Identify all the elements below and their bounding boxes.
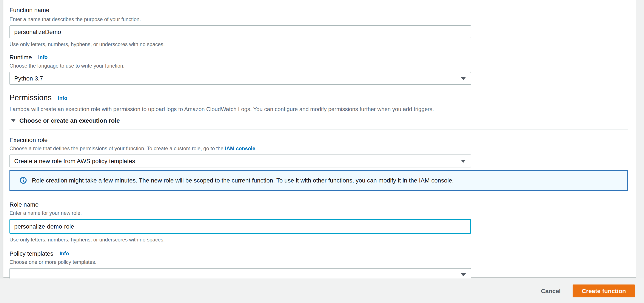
execution-role-expander[interactable]: Choose or create an execution role [10,114,636,127]
runtime-selected-value: Python 3.7 [14,75,43,82]
caret-down-icon [461,160,466,163]
runtime-label: Runtime [10,54,32,61]
form-footer: Cancel Create function [0,278,644,303]
function-name-label: Function name [10,6,636,14]
runtime-field: Runtime Info Choose the language to use … [10,53,636,85]
execution-role-field: Execution role Choose a role that define… [10,136,636,191]
caret-down-icon [461,77,466,80]
role-name-description: Enter a name for your new role. [10,210,636,216]
function-name-input[interactable] [10,25,471,38]
execution-role-select[interactable]: Create a new role from AWS policy templa… [10,155,471,167]
runtime-select[interactable]: Python 3.7 [10,72,471,85]
role-name-constraint: Use only letters, numbers, hyphens, or u… [10,236,636,243]
info-circle-icon [20,177,27,184]
function-name-constraint: Use only letters, numbers, hyphens, or u… [10,41,636,48]
policy-templates-description: Choose one or more policy templates. [10,259,636,265]
section-divider [10,129,628,130]
role-creation-alert: Role creation might take a few minutes. … [10,170,628,191]
policy-templates-label: Policy templates [10,250,53,257]
cancel-button[interactable]: Cancel [541,287,561,294]
policy-templates-field: Policy templates Info Choose one or more… [10,249,636,281]
role-name-input[interactable] [10,219,471,234]
page-left-gutter [0,0,3,278]
permissions-description: Lambda will create an execution role wit… [10,105,636,113]
policy-templates-info-link[interactable]: Info [60,250,69,256]
caret-down-icon [461,273,466,276]
create-function-button[interactable]: Create function [573,284,635,297]
expander-label: Choose or create an execution role [19,116,120,125]
execution-role-selected-value: Create a new role from AWS policy templa… [14,158,135,164]
runtime-info-link[interactable]: Info [38,54,48,60]
scrollbar-track[interactable] [636,0,644,278]
function-name-field: Function name Enter a name that describe… [10,6,636,48]
permissions-section: Permissions Info Lambda will create an e… [10,93,636,130]
execution-role-label: Execution role [10,136,636,144]
function-name-description: Enter a name that describes the purpose … [10,16,636,23]
permissions-info-link[interactable]: Info [58,95,67,101]
basic-information-panel: Function name Enter a name that describe… [4,0,636,278]
iam-console-link[interactable]: IAM console [225,145,255,152]
execution-role-description: Choose a role that defines the permissio… [10,145,636,152]
role-name-field: Role name Enter a name for your new role… [10,200,636,243]
role-creation-alert-text: Role creation might take a few minutes. … [32,176,454,184]
role-name-label: Role name [10,200,636,209]
permissions-title: Permissions [10,93,52,102]
create-function-page: Function name Enter a name that describe… [0,0,644,303]
runtime-description: Choose the language to use to write your… [10,62,636,69]
caret-down-icon [11,119,16,122]
